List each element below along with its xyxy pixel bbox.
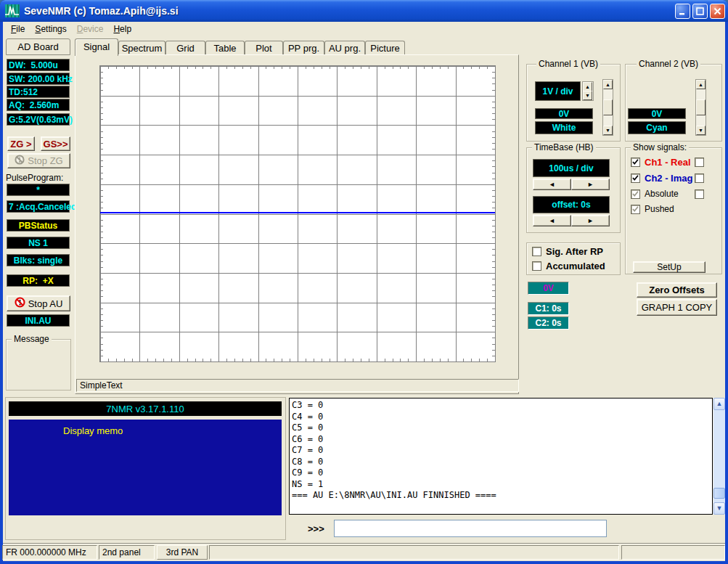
graph-copy-button[interactable]: GRAPH 1 COPY <box>637 299 717 316</box>
sidebar-header-label: AD Board <box>17 41 58 52</box>
adboard-display: DW: 5.000u <box>7 59 70 71</box>
menu-settings[interactable]: Settings <box>30 23 71 35</box>
pulseprogram-label: PulseProgram: <box>6 173 63 183</box>
timebase-scale-left-button[interactable]: ◄ <box>533 179 571 190</box>
zero-volt-button[interactable]: 0V <box>528 282 569 295</box>
scroll-thumb[interactable] <box>713 488 725 499</box>
statusbar-panel-1: FR 000.000000 MHz <box>2 545 97 560</box>
adboard-display: SW: 200.00 kHz <box>7 73 70 85</box>
stop-au-button[interactable]: Stop AU <box>7 295 70 311</box>
ini-au-display[interactable]: INI.AU <box>7 314 70 327</box>
scroll-thumb[interactable] <box>696 99 705 115</box>
tab-grid[interactable]: Grid <box>165 41 205 55</box>
menu-file[interactable]: File <box>6 23 30 35</box>
zero-offsets-button[interactable]: Zero Offsets <box>637 282 717 298</box>
cursor1-display: C1: 0s <box>528 302 569 315</box>
menu-help[interactable]: Help <box>108 23 136 35</box>
console-line: C8 = 0 <box>292 457 710 468</box>
console-line: C3 = 0 <box>292 400 710 412</box>
channel1-scale-spinner[interactable]: ▲ ▼ <box>582 81 594 101</box>
command-input[interactable] <box>334 520 607 537</box>
rp-display[interactable]: RP: +X <box>7 274 70 287</box>
checkbox-accumulated[interactable] <box>532 261 541 271</box>
console-line: C4 = 0 <box>292 412 710 423</box>
minimize-button[interactable] <box>675 4 690 19</box>
channel1-title: Channel 1 (VB) <box>536 59 600 69</box>
app-logo-icon <box>5 4 20 17</box>
zg-button[interactable]: ZG > <box>7 136 35 151</box>
channel1-offset-display: 0V <box>535 108 593 119</box>
adboard-display: AQ: 2.560m <box>7 99 70 111</box>
scroll-down-icon[interactable]: ▼ <box>603 126 613 135</box>
maximize-button[interactable] <box>692 4 708 19</box>
scroll-up-icon[interactable]: ▲ <box>603 80 613 89</box>
timebase-offset-left-button[interactable]: ◄ <box>533 215 571 226</box>
spinner-down-icon[interactable]: ▼ <box>583 91 592 100</box>
show-signal-label-ch2-imag: Ch2 - Imag <box>645 173 692 184</box>
signal-plot[interactable] <box>99 65 496 362</box>
channel2-color-display[interactable]: Cyan <box>628 121 686 134</box>
channel2-title: Channel 2 (VB) <box>637 59 700 69</box>
window-title: SeveNMR (c) Tomaz.Apih@ijs.si <box>24 5 179 17</box>
scroll-down-icon[interactable]: ▼ <box>713 502 725 515</box>
menu-device: Device <box>72 23 109 35</box>
gs-button[interactable]: GS>> <box>41 136 70 151</box>
scroll-up-icon[interactable]: ▲ <box>696 80 705 89</box>
tab-au-prg-[interactable]: AU prg. <box>324 41 365 55</box>
show-signal-label-pushed: Pushed <box>645 204 674 214</box>
option-label-sig-after-rp: Sig. After RP <box>546 246 603 257</box>
tab-plot[interactable]: Plot <box>245 41 283 55</box>
timebase-scale-right-button[interactable]: ► <box>571 179 610 190</box>
show-signal-label-ch1-real: Ch1 - Real <box>645 157 691 168</box>
extra-checkbox-absolute[interactable] <box>695 189 704 199</box>
message-groupbox: Message <box>6 339 71 391</box>
plot-status-text: SimpleText <box>80 380 123 391</box>
console-scrollbar[interactable]: ▲ ▼ <box>713 398 725 515</box>
pulseprogram-display: * <box>7 184 70 196</box>
scroll-up-icon[interactable]: ▲ <box>713 398 725 410</box>
pbstatus-display[interactable]: PBStatus <box>7 219 70 232</box>
tab-signal[interactable]: Signal <box>75 38 118 56</box>
close-button[interactable] <box>710 4 725 19</box>
channel2-offset-display: 0V <box>628 108 686 119</box>
adboard-display: G:5.2V(0.63mV) <box>7 113 70 126</box>
blks-display[interactable]: Blks: single <box>7 254 70 266</box>
tab-picture[interactable]: Picture <box>365 41 405 55</box>
timebase-title: TimeBase (HB) <box>532 142 596 152</box>
channel1-color-display[interactable]: White <box>535 121 593 134</box>
stop-zg-icon <box>15 155 25 167</box>
console-line: C9 = 0 <box>292 467 710 479</box>
version-bar: 7NMR v3.17.1.110 <box>9 401 282 416</box>
acq-status-display: 7 :Acq.Canceled <box>7 200 70 213</box>
scroll-thumb[interactable] <box>603 99 613 115</box>
checkbox-absolute <box>631 189 640 199</box>
console-line: C5 = 0 <box>292 422 710 434</box>
channel2-offset-scrollbar[interactable]: ▲ ▼ <box>695 79 706 136</box>
command-prompt-label: >>> <box>308 523 324 534</box>
scroll-down-icon[interactable]: ▼ <box>696 126 705 135</box>
timebase-offset-right-button[interactable]: ► <box>571 215 610 226</box>
tab-table[interactable]: Table <box>205 41 245 55</box>
extra-checkbox-ch1-real[interactable] <box>695 158 704 167</box>
extra-checkbox-ch2-imag[interactable] <box>695 173 704 183</box>
checkbox-ch1-real[interactable] <box>631 158 640 167</box>
statusbar-panel-4 <box>209 545 619 560</box>
message-label: Message <box>12 334 52 344</box>
option-label-accumulated: Accumulated <box>546 261 605 271</box>
statusbar-panel-5 <box>621 545 725 560</box>
checkbox-ch2-imag[interactable] <box>631 173 640 183</box>
statusbar-divider <box>3 543 725 544</box>
app-window: SeveNMR (c) Tomaz.Apih@ijs.si FileSettin… <box>0 0 728 564</box>
tab-pp-prg-[interactable]: PP prg. <box>283 41 324 55</box>
checkbox-sig-after-rp[interactable] <box>532 247 541 256</box>
channel1-scale-display: 1V / div <box>535 81 581 101</box>
tab-spectrum[interactable]: Spectrum <box>118 41 165 55</box>
channel1-offset-scrollbar[interactable]: ▲ ▼ <box>602 79 613 136</box>
console-output[interactable]: C3 = 0C4 = 0C5 = 0C6 = 0C7 = 0C8 = 0C9 =… <box>289 398 713 515</box>
display-memo: Display memo <box>9 420 282 515</box>
stop-zg-button: Stop ZG <box>7 153 70 168</box>
console-line: === AU E:\8NMR\AU\INI.AU FINNISHED ==== <box>292 490 710 502</box>
setup-button[interactable]: SetUp <box>633 261 705 273</box>
sidebar-header-tab[interactable]: AD Board <box>6 38 70 55</box>
ns-display[interactable]: NS 1 <box>7 237 70 249</box>
